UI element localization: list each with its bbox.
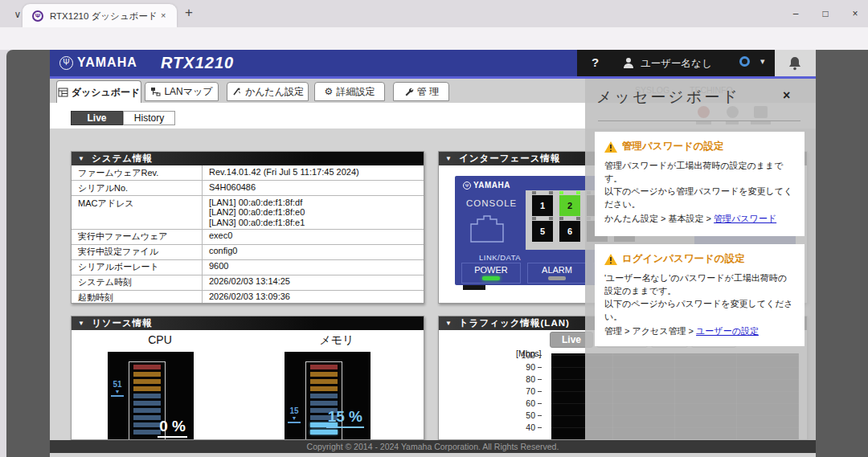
port-led-icon — [532, 191, 536, 194]
dashboard-icon — [58, 88, 68, 97]
port-led-icon — [559, 217, 563, 220]
port-led-icon — [559, 191, 563, 194]
gauge-bar — [310, 394, 338, 398]
gauge-bar — [310, 386, 338, 391]
table-row: 実行中ファームウェアexec0 — [72, 230, 424, 245]
notification-bell-icon[interactable] — [788, 55, 802, 71]
row-label: MACアドレス — [72, 196, 202, 229]
port-led-icon — [549, 217, 553, 220]
user-name-label[interactable]: ユーザー名なし — [641, 57, 712, 71]
page-viewport: Ψ YAMAHA RTX1210 ? ユーザー名なし ▾ ダッシュボードLANマ… — [6, 50, 868, 457]
gauge-bar — [310, 372, 338, 377]
gauge-name: CPU — [72, 333, 248, 346]
row-value: exec0 — [202, 230, 424, 244]
lan-port-6: 6 — [559, 221, 580, 242]
gauge-bar — [310, 365, 338, 369]
gauge-bar — [133, 372, 161, 377]
message-card: ログインパスワードの設定'ユーザー名なし'のパスワードが工場出荷時の設定のままで… — [595, 244, 805, 346]
resource-info-panel: ▼ リソース情報 CPU51▼0 %メモリ15▼15 % — [71, 316, 424, 440]
window-minimize-button[interactable]: – — [784, 6, 808, 22]
row-label: 起動時刻 — [72, 291, 202, 304]
table-row: ファームウェアRev.Rev.14.01.42 (Fri Jul 5 11:17… — [72, 165, 424, 181]
message-card-body: 'ユーザー名なし'のパスワードが工場出荷時の設定のままです。以下のページからパス… — [604, 272, 795, 324]
tab-label: かんたん設定 — [245, 85, 304, 99]
live-toggle-button[interactable]: Live — [71, 111, 123, 125]
tab-management[interactable]: 管 理 — [393, 82, 449, 101]
user-status-ring-icon — [739, 56, 750, 67]
lan-port-5: 5 — [532, 221, 553, 242]
gauge-bar — [133, 430, 161, 435]
message-card-path: 管理 > アクセス管理 > ユーザーの設定 — [604, 325, 795, 338]
table-row: システム時刻2026/02/03 13:14:25 — [72, 275, 424, 291]
gauge-bar — [310, 379, 338, 384]
lan-port-2: 2 — [559, 195, 580, 216]
settings-link[interactable]: ユーザーの設定 — [696, 326, 759, 336]
tab-label: 詳細設定 — [336, 85, 375, 99]
row-value: S4H060486 — [202, 181, 424, 195]
tab-dashboard[interactable]: ダッシュボード — [56, 80, 141, 104]
port-led-icon — [576, 217, 580, 220]
row-label: シリアルボーレート — [72, 260, 202, 275]
collapse-triangle-icon: ▼ — [445, 155, 452, 162]
path-prefix: 管理 > アクセス管理 > — [604, 326, 696, 336]
row-label: 実行中設定ファイル — [72, 245, 202, 259]
peak-value: 51 — [108, 381, 127, 388]
yamaha-tuning-fork-icon: Ψ — [463, 182, 471, 190]
gauge-bar — [133, 401, 161, 406]
path-prefix: かんたん設定 > 基本設定 > — [604, 214, 714, 223]
message-board-overlay: メッセージボード × 管理パスワードの設定管理パスワードが工場出荷時の設定のまま… — [585, 79, 816, 440]
peak-line — [288, 422, 301, 423]
page-footer: Copyright © 2014 - 2024 Yamaha Corporati… — [50, 440, 816, 453]
message-board-close-icon[interactable]: × — [783, 88, 790, 103]
port-led-icon — [532, 217, 536, 220]
led-power: POWER — [461, 263, 521, 284]
led-light-icon — [548, 276, 566, 280]
new-tab-button[interactable]: + — [185, 5, 193, 21]
gauge-bar-stack — [305, 361, 342, 440]
row-value: 2026/02/03 13:09:36 — [202, 291, 424, 304]
page-bottom-strip — [50, 453, 816, 457]
y-tick-label: 60 — [513, 398, 542, 408]
tab-advanced-settings[interactable]: ⚙詳細設定 — [314, 82, 385, 101]
collapse-triangle-icon: ▼ — [445, 320, 452, 327]
peak-line — [111, 395, 124, 397]
port-led-icon — [549, 191, 553, 194]
yamaha-logo: Ψ YAMAHA — [59, 55, 137, 70]
help-button[interactable]: ? — [592, 55, 599, 69]
peak-marker: 15▼ — [285, 407, 304, 423]
window-close-button[interactable]: × — [843, 6, 867, 22]
console-label: CONSOLE — [466, 198, 517, 208]
user-menu-caret-icon[interactable]: ▾ — [760, 56, 765, 67]
y-tick-label: 50 — [513, 410, 542, 420]
settings-link[interactable]: 管理パスワード — [714, 214, 776, 223]
yamaha-favicon-icon: Ψ — [32, 10, 43, 22]
browser-tab[interactable]: Ψ RTX1210 ダッシュボード × — [23, 4, 177, 27]
peak-arrow-icon: ▼ — [285, 414, 304, 422]
gauge-bar — [133, 365, 161, 369]
tab-easy-setup[interactable]: かんたん設定 — [227, 82, 309, 101]
table-row: シリアルボーレート9600 — [72, 260, 424, 275]
gauge-bar — [133, 422, 161, 427]
model-logo: RTX1210 — [161, 54, 234, 72]
row-value: 9600 — [202, 260, 424, 275]
table-row: 実行中設定ファイルconfig0 — [72, 245, 424, 260]
system-info-header[interactable]: ▼ システム情報 — [72, 152, 424, 165]
peak-value: 15 — [285, 407, 304, 414]
user-icon — [622, 56, 635, 69]
led-light-icon — [482, 276, 500, 280]
window-maximize-button[interactable]: □ — [813, 6, 837, 22]
router-dashboard-page: Ψ YAMAHA RTX1210 ? ユーザー名なし ▾ ダッシュボードLANマ… — [50, 50, 816, 457]
lan-port-1: 1 — [532, 195, 553, 216]
gauge-value-label: 15 % — [326, 408, 364, 428]
gauge-bar — [133, 386, 161, 391]
tab-close-icon[interactable]: × — [161, 10, 166, 20]
history-toggle-button[interactable]: History — [123, 111, 175, 125]
resource-info-header[interactable]: ▼ リソース情報 — [72, 316, 424, 330]
collapse-triangle-icon: ▼ — [78, 155, 85, 162]
gauge-name: メモリ — [248, 333, 424, 348]
tab-lanmap[interactable]: LANマップ — [145, 82, 219, 101]
led-alarm: ALARM — [527, 263, 587, 284]
led-label: POWER — [462, 265, 520, 275]
yamaha-tuning-fork-icon: Ψ — [59, 56, 73, 70]
gauge-cpu: 51▼0 % — [108, 352, 194, 440]
